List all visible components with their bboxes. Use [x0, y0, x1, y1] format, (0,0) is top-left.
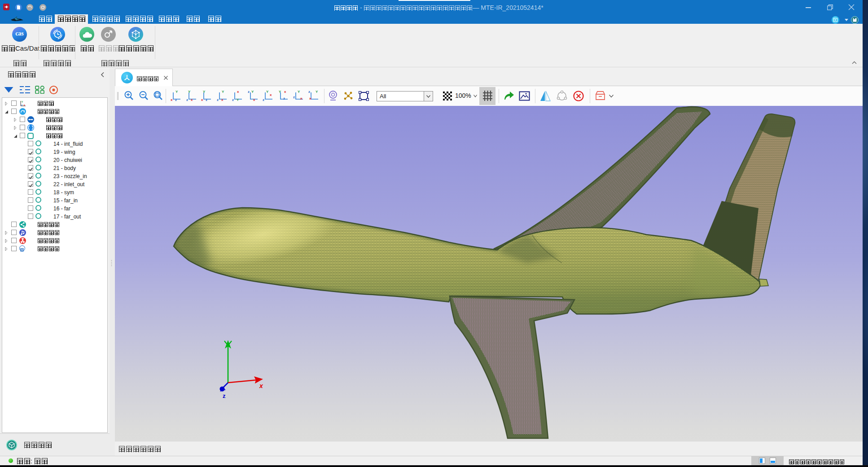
svg-text:z: z — [186, 98, 188, 102]
svg-text:z: z — [232, 98, 234, 102]
svg-text:z: z — [21, 104, 22, 106]
svg-text:x: x — [259, 382, 263, 389]
svg-text:x: x — [253, 98, 255, 102]
svg-text:z: z — [308, 90, 310, 94]
svg-text:x: x — [201, 98, 203, 102]
svg-text:x: x — [284, 90, 286, 94]
svg-text:z: z — [283, 96, 285, 100]
svg-text:z: z — [206, 98, 207, 102]
svg-text:x: x — [171, 98, 173, 102]
svg-text:Y: Y — [251, 90, 254, 94]
svg-text:z: z — [217, 98, 219, 102]
svg-text:z: z — [175, 98, 177, 102]
svg-text:Y: Y — [266, 90, 269, 94]
svg-text:Y: Y — [316, 90, 318, 94]
svg-text:Y: Y — [222, 90, 224, 94]
svg-text:x: x — [237, 90, 239, 94]
svg-text:x: x — [300, 96, 302, 100]
svg-text:x: x — [309, 96, 311, 100]
svg-text:Y: Y — [203, 90, 206, 94]
svg-text:x: x — [191, 98, 193, 102]
svg-text:Y: Y — [298, 90, 300, 94]
svg-text:x: x — [221, 98, 224, 102]
svg-text:z: z — [248, 90, 250, 94]
svg-text:z: z — [223, 393, 226, 399]
svg-text:Y: Y — [175, 90, 178, 94]
svg-text:z: z — [263, 98, 264, 102]
svg-text:x: x — [270, 93, 272, 97]
svg-text:Y: Y — [22, 100, 23, 103]
svg-text:Y: Y — [279, 90, 281, 94]
svg-text:Y: Y — [188, 90, 191, 94]
svg-text:Y: Y — [237, 98, 239, 102]
svg-text:z: z — [293, 95, 295, 99]
